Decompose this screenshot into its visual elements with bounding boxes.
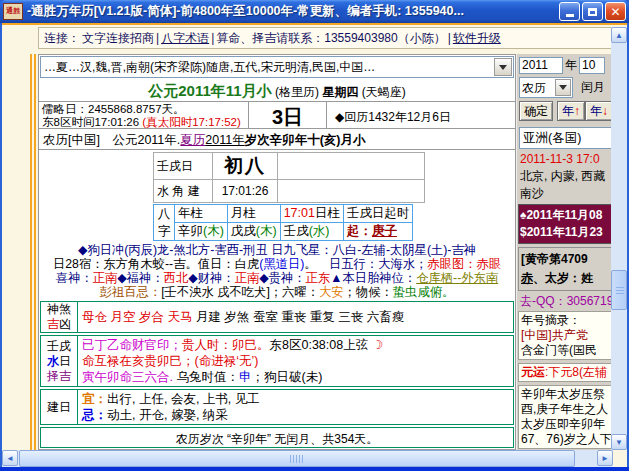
paragraph-line: 辛卯年太岁压祭 — [521, 387, 610, 402]
era-dropdown-button[interactable] — [494, 58, 512, 76]
paragraph-line: 酉,庚子年生之人 — [521, 402, 610, 417]
day-attrs: 水 角 建 — [157, 184, 200, 198]
close-button[interactable]: ✕ — [605, 2, 626, 21]
vertical-scrollbar[interactable]: ▲ ▼ — [611, 27, 627, 450]
scroll-down-icon: ▼ — [615, 438, 623, 447]
region-combobox-value: 亚洲(各国) — [523, 130, 581, 147]
yuanyun-box: 元运:下元8(左辅 — [518, 363, 613, 382]
solar-term-item[interactable]: $2011年11月23 — [520, 224, 611, 241]
minimize-icon — [566, 14, 574, 17]
jianri-content: 宜：出行, 上任, 会友, 上书, 见工 忌：动土, 开仓, 嫁娶, 纳采 — [78, 390, 513, 424]
jianri-section: 建日 宜：出行, 上任, 会友, 上书, 见工 忌：动土, 开仓, 嫁娶, 纳采 — [40, 389, 514, 425]
shensha-content: 母仓 月空 岁合 天马 月建 岁煞 蚕室 重丧 重复 三丧 六畜瘦 — [78, 302, 513, 332]
app-window: 通胜 -通胜万年历[V1.21版-简体]-前4800年至10000年-常更新、编… — [0, 0, 629, 471]
linkbar-separator: | — [211, 31, 214, 45]
calendar-type-dropdown-button[interactable] — [555, 79, 571, 96]
region-list-line2: 南沙 — [520, 186, 613, 200]
hijri-cell: ◆回历1432年12月6日 — [327, 102, 515, 128]
horizontal-scrollbar-thumb[interactable] — [19, 450, 575, 467]
day-info-table: 壬戌日 初八 水 角 建 17:01:26 — [153, 152, 425, 203]
year-up-button[interactable]: 年↑ — [557, 101, 585, 121]
year-input[interactable]: 2011 — [519, 57, 563, 74]
paragraph-line: 67、76)岁之人下 — [521, 432, 610, 447]
confirm-button[interactable]: 确定 — [519, 101, 553, 121]
bazi-header-cell: 八 字 — [154, 205, 175, 241]
hour-ganzhi-link[interactable]: 庚子 — [372, 224, 397, 238]
client-area: 连接： 文字连接招商 | 八字术语 | 算命、择吉请联系：13559403980… — [2, 23, 627, 467]
year-pillar-header: 年柱 — [175, 205, 228, 223]
weekday-label: 星期四 — [322, 85, 358, 99]
scroll-down-button[interactable]: ▼ — [611, 434, 627, 450]
year-pillar-value: 辛卯(木) — [175, 223, 228, 241]
scroll-left-button[interactable]: ◄ — [2, 450, 18, 466]
maximize-icon — [588, 8, 597, 16]
day-number: 3日 — [272, 106, 303, 128]
control-panel: 2011 年 10 农历 闰月 确定 年↑ 年↓ 亚洲(各国) 2011-11-… — [516, 54, 613, 450]
suitable-line: 宜：出行, 上任, 会友, 上书, 见工 — [82, 391, 509, 407]
table-row: 水 角 建 17:01:26 — [154, 180, 425, 203]
xiali-year-link[interactable]: 2011年 — [205, 133, 244, 147]
daily-info-block: ◆狗日冲(丙辰)龙-煞北方-害酉-刑丑 日九飞星：八白-左辅-太阴星(土)-吉神… — [39, 243, 515, 299]
linkbar-separator: | — [156, 31, 159, 45]
moon-phase-icon: ☽ — [372, 338, 383, 352]
era-excerpt-label: 年号摘录： — [521, 313, 610, 328]
solar-term-item[interactable]: ♠2011年11月08 — [520, 207, 611, 224]
date-header-box: 公元2011年11月小 (格里历) 星期四 (天蝎座) 儒略日：2455868.… — [39, 79, 515, 129]
calendar-type-combobox[interactable]: 农历 — [519, 77, 573, 98]
yuanyun-value: :下元8(左辅 — [545, 365, 607, 379]
scroll-up-icon: ▲ — [615, 31, 623, 40]
scroll-up-button[interactable]: ▲ — [611, 27, 627, 43]
table-row: 壬戌日 初八 — [154, 153, 425, 180]
maximize-button[interactable] — [582, 2, 603, 21]
window-bottom-border — [0, 467, 629, 471]
app-icon: 通胜 — [3, 3, 23, 20]
leap-month-label: 闰月 — [581, 79, 605, 96]
shensha-section: 神煞 吉凶 母仓 月空 岁合 天马 月建 岁煞 蚕室 重丧 重复 三丧 六畜瘦 — [40, 301, 514, 333]
bazi-table: 八 字 年柱 月柱 17:01日柱 壬戌日起时 辛卯(木) 戊戌(木) 壬戌(水… — [153, 204, 413, 241]
xiali-link[interactable]: 夏历 — [180, 133, 205, 147]
hour-pillar-header: 壬戌日起时 — [343, 205, 413, 223]
day-pillar-time: 17:01 — [284, 206, 315, 220]
link-bazi-terms[interactable]: 八字术语 — [161, 30, 209, 47]
year-note-text: 农历岁次 “辛卯年” 无闰月、共354天。 — [176, 432, 379, 446]
confirm-row: 确定 年↑ 年↓ — [519, 101, 613, 121]
fetal-god-link[interactable]: 仓库栖--外东南 — [416, 271, 498, 285]
calendar-type-label: (格里历) — [275, 85, 319, 99]
region-list-line1: 北京, 内蒙, 西藏 — [520, 169, 613, 183]
scroll-right-button[interactable]: ► — [597, 450, 613, 466]
year-unit-label: 年 — [565, 57, 577, 74]
zeji-line-1: 已丁乙命财官印；贵人时：卯巳。东8区0:38:08上弦 ☽ — [82, 337, 509, 353]
scroll-right-icon: ► — [601, 454, 609, 463]
year-down-button[interactable]: 年↓ — [585, 101, 613, 121]
window-controls: ✕ — [559, 2, 626, 21]
zeji-header: 壬戌 水日 择吉 — [41, 336, 78, 386]
hijri-date-text: ◆回历1432年12月6日 — [335, 110, 451, 124]
close-icon: ✕ — [610, 6, 620, 18]
chevron-down-icon — [559, 85, 567, 90]
link-text-ad[interactable]: 文字连接招商 — [82, 30, 154, 47]
qq-contact-text: 去-QQ：30567198 — [520, 294, 613, 308]
era-combobox[interactable]: …夏…汉,魏,晋,南朝(宋齐梁陈)随唐,五代,宋元明清,民国,中国… — [40, 56, 514, 78]
vertical-scrollbar-thumb[interactable] — [611, 270, 627, 310]
zodiac-label: (天蝎座) — [362, 85, 406, 99]
linkbar-separator: | — [448, 31, 451, 45]
contact-text: 算命、择吉请联系：13559403980（小陈） — [216, 30, 445, 47]
era-combobox-value: …夏…汉,魏,晋,南朝(宋齐梁陈)随唐,五代,宋元明清,民国,中国… — [44, 59, 495, 76]
zeji-header-line2: 水日 — [47, 354, 71, 369]
link-software-upgrade[interactable]: 软件升级 — [453, 30, 501, 47]
splitter-rail[interactable] — [30, 54, 36, 450]
minimize-button[interactable] — [559, 2, 580, 21]
auspicious-gods: 母仓 月空 岁合 天马 — [82, 310, 192, 324]
calendar-type-row: 农历 闰月 — [519, 77, 613, 98]
info-line-3: 喜神：正南◆福神：西北◆财神：正南◆贵神：正东▲本日胎神位：仓库栖--外东南 — [39, 271, 515, 285]
region-combobox[interactable]: 亚洲(各国) — [519, 127, 613, 149]
titlebar[interactable]: 通胜 -通胜万年历[V1.21版-简体]-前4800年至10000年-常更新、编… — [0, 0, 629, 23]
gregorian-date-title: 公元2011年11月小 — [148, 82, 271, 99]
month-input[interactable]: 10 — [579, 57, 605, 74]
year-note: 农历岁次 “辛卯年” 无闰月、共354天。 — [40, 427, 514, 448]
era-excerpt-box: 年号摘录： [中国]共产党 含金门等(国民 — [518, 311, 613, 360]
true-solar-time-text: (真太阳时17:17:52) — [142, 116, 240, 128]
scroll-left-icon: ◄ — [6, 454, 14, 463]
horizontal-scrollbar[interactable]: ◄ ► — [2, 450, 613, 467]
current-time: 17:01:26 — [222, 184, 269, 198]
